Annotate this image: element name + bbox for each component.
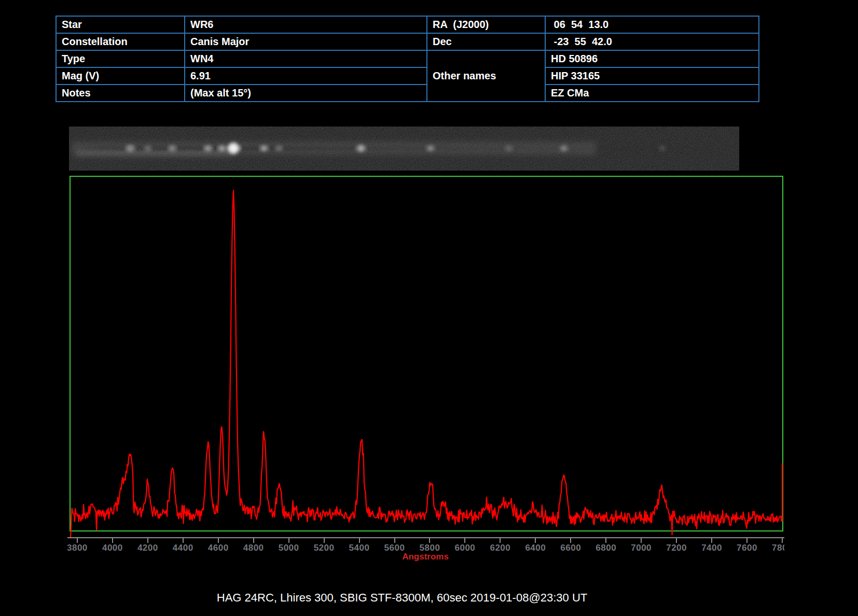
axis-tick (183, 538, 184, 543)
axis-tick-label: 5000 (279, 543, 299, 553)
other-name-hd: HD 50896 (546, 51, 758, 67)
spectrum-line (71, 190, 782, 538)
axis-tick-label: 4600 (208, 543, 229, 553)
axis-tick (112, 538, 113, 543)
axis-tick-label: 4800 (243, 543, 264, 553)
axis-tick (782, 538, 783, 543)
axis-tick (288, 538, 289, 543)
axis-tick-label: 5200 (314, 543, 335, 553)
axis-tick-label: 5400 (349, 543, 370, 553)
axis-tick (253, 538, 254, 543)
mag-value: 6.91 (185, 68, 426, 84)
axis-tick-label: 6600 (560, 543, 581, 553)
notes-value: (Max alt 15°) (185, 85, 426, 101)
axis-tick-label: 3800 (67, 543, 88, 553)
axis-tick (570, 538, 571, 543)
axis-tick (641, 538, 642, 543)
axis-tick-label: 7800 (772, 543, 784, 553)
other-name-hip: HIP 33165 (546, 68, 758, 84)
axis-tick-label: 7600 (737, 543, 757, 553)
mag-label: Mag (V) (57, 68, 184, 84)
axis-tick (676, 538, 677, 543)
spectrum-plot-area (71, 177, 782, 540)
axis-tick (605, 538, 606, 543)
type-label: Type (57, 51, 184, 67)
axis-tick-label: 4200 (137, 543, 158, 553)
axis-tick-label: 6000 (454, 543, 475, 553)
star-info-table: Star WR6 RA (J2000) 06 54 13.0 Constella… (56, 16, 759, 102)
other-name-ez: EZ CMa (546, 85, 758, 101)
other-names-label: Other names (427, 51, 545, 101)
axis-tick (77, 538, 78, 543)
ra-value: 06 54 13.0 (546, 17, 758, 33)
dec-value: -23 55 42.0 (546, 34, 758, 50)
axis-tick-label: 7400 (701, 543, 722, 553)
spectra-report-page: Star WR6 RA (J2000) 06 54 13.0 Constella… (0, 0, 858, 616)
star-label: Star (57, 17, 184, 33)
caption: HAG 24RC, Lhires 300, SBIG STF-8300M, 60… (217, 591, 587, 605)
axis-tick-label: 7200 (666, 543, 687, 553)
axis-tick (535, 538, 536, 543)
dec-label: Dec (427, 34, 545, 50)
axis-tick (746, 538, 748, 543)
axis-tick-label: 4000 (102, 543, 123, 553)
x-axis-title: Angstroms (402, 552, 449, 562)
notes-label: Notes (57, 85, 184, 101)
axis-tick (324, 538, 325, 543)
axis-tick-label: 6200 (490, 543, 510, 553)
ra-label: RA (J2000) (427, 17, 545, 33)
axis-tick (359, 538, 360, 543)
type-value: WN4 (185, 51, 426, 67)
axis-tick-label: 4400 (173, 543, 193, 553)
raw-spectrum-image (69, 127, 739, 171)
axis-tick (711, 538, 712, 543)
constellation-label: Constellation (57, 34, 184, 50)
axis-tick (147, 538, 148, 543)
raw-spectrum-strip (69, 127, 739, 171)
axis-tick (500, 538, 501, 543)
axis-tick-label: 6400 (525, 543, 546, 553)
axis-tick-label: 6800 (596, 543, 616, 553)
axis-tick-label: 7000 (631, 543, 652, 553)
axis-tick (394, 538, 395, 543)
axis-tick (429, 538, 430, 543)
axis-tick (218, 538, 219, 543)
constellation-value: Canis Major (185, 34, 426, 50)
axis-tick (464, 538, 465, 543)
star-value: WR6 (185, 17, 426, 33)
spectrum-chart (70, 176, 783, 531)
